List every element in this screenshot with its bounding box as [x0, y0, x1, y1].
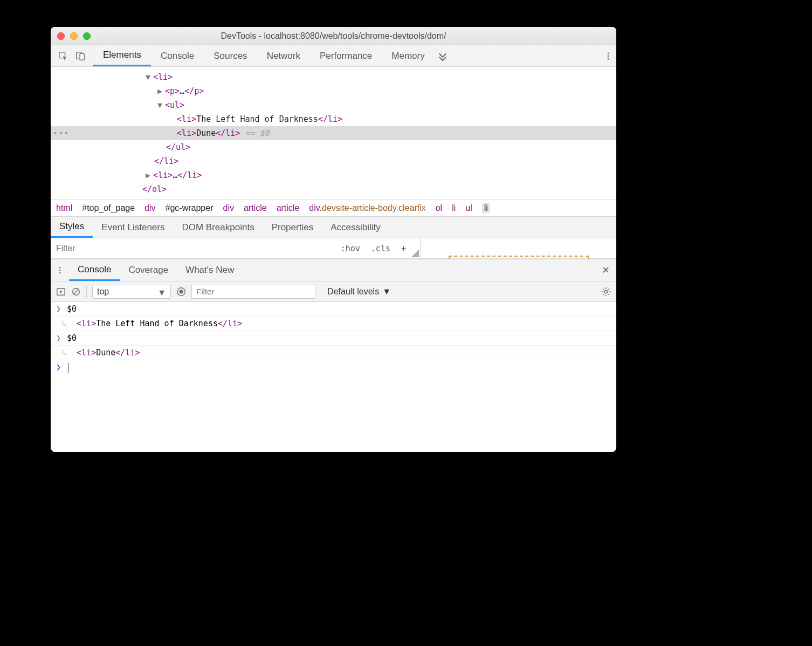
drawer-tab-coverage[interactable]: Coverage	[120, 259, 177, 281]
svg-point-6	[59, 267, 61, 269]
styles-filter-row: :hov .cls +	[51, 238, 616, 259]
tab-elements[interactable]: Elements	[93, 45, 151, 66]
crumb-html[interactable]: html	[56, 203, 72, 213]
svg-point-12	[179, 290, 183, 293]
tab-network[interactable]: Network	[257, 45, 310, 66]
tabs-overflow-icon[interactable]	[435, 45, 451, 66]
crumb-li[interactable]: li	[452, 203, 456, 213]
crumb-gc-wrapper[interactable]: #gc-wrapper	[166, 203, 214, 213]
styles-filter-input[interactable]	[51, 244, 335, 253]
svg-point-7	[59, 270, 61, 271]
crumb-top-of-page[interactable]: #top_of_page	[82, 203, 135, 213]
crumb-div[interactable]: div	[144, 203, 155, 213]
subtab-styles[interactable]: Styles	[51, 217, 93, 238]
console-row[interactable]: ❯ $0	[51, 331, 616, 346]
cls-toggle[interactable]: .cls	[366, 244, 396, 253]
device-toolbar-icon[interactable]	[75, 51, 85, 61]
svg-point-8	[59, 272, 61, 274]
tab-memory[interactable]: Memory	[382, 45, 434, 66]
crumb-ol[interactable]: ol	[436, 203, 442, 213]
chevron-down-icon: ▼	[382, 287, 391, 297]
styles-subtabs: Styles Event Listeners DOM Breakpoints P…	[51, 217, 616, 238]
subtab-accessibility[interactable]: Accessibility	[322, 217, 389, 238]
console-prompt[interactable]: ❯	[51, 360, 616, 375]
drawer-tabs: Console Coverage What's New ✕	[51, 259, 616, 281]
console-controls: top ▼ Default levels▼	[51, 281, 616, 302]
input-chevron-icon: ❯	[56, 304, 67, 314]
return-arrow-icon: ↲	[56, 319, 67, 328]
box-model-margin-outline	[449, 256, 589, 259]
crumb-article[interactable]: article	[244, 203, 267, 213]
crumb-devsite-body[interactable]: divdiv.devsite-article-body.clearfix.dev…	[309, 203, 425, 213]
svg-point-3	[608, 52, 609, 54]
crumb-article-2[interactable]: article	[277, 203, 300, 213]
window-title: DevTools - localhost:8080/web/tools/chro…	[51, 31, 616, 41]
settings-kebab-icon[interactable]	[600, 45, 616, 66]
titlebar: DevTools - localhost:8080/web/tools/chro…	[51, 27, 616, 45]
subtab-dom-breakpoints[interactable]: DOM Breakpoints	[173, 217, 263, 238]
dom-selected-node[interactable]: •••<li>Dune</li> == $0	[51, 126, 616, 140]
computed-preview	[421, 238, 616, 258]
context-select[interactable]: top ▼	[92, 285, 171, 299]
svg-line-11	[74, 289, 79, 294]
resize-corner-icon[interactable]	[411, 250, 419, 257]
crumb-div-2[interactable]: div	[223, 203, 234, 213]
tab-console[interactable]: Console	[151, 45, 204, 66]
console-settings-icon[interactable]	[601, 287, 611, 297]
new-style-rule-button[interactable]: +	[396, 244, 411, 253]
dom-tree[interactable]: ▼<li> ▶<p>…</p> ▼<ul> <li>The Left Hand …	[51, 67, 616, 200]
inspect-element-icon[interactable]	[58, 51, 68, 61]
console-filter-input[interactable]	[191, 285, 315, 299]
console-row[interactable]: ❯ $0	[51, 302, 616, 317]
svg-point-4	[608, 55, 609, 57]
drawer-tab-whats-new[interactable]: What's New	[177, 259, 243, 281]
clear-console-icon[interactable]	[71, 287, 81, 297]
tab-sources[interactable]: Sources	[204, 45, 257, 66]
return-arrow-icon: ↲	[56, 348, 67, 358]
drawer-kebab-icon[interactable]	[51, 259, 69, 281]
hov-toggle[interactable]: :hov	[335, 244, 366, 253]
live-expression-icon[interactable]	[176, 287, 186, 297]
drawer-close-icon[interactable]: ✕	[595, 259, 616, 281]
crumb-li-selected[interactable]: li	[482, 203, 490, 213]
devtools-window: DevTools - localhost:8080/web/tools/chro…	[51, 27, 616, 452]
execute-icon[interactable]	[56, 287, 66, 297]
console-row[interactable]: ↲ <li>The Left Hand of Darkness</li>	[51, 317, 616, 331]
svg-rect-2	[80, 53, 84, 60]
subtab-properties[interactable]: Properties	[263, 217, 322, 238]
tab-performance[interactable]: Performance	[310, 45, 382, 66]
chevron-down-icon: ▼	[157, 288, 166, 298]
console-output[interactable]: ❯ $0 ↲ <li>The Left Hand of Darkness</li…	[51, 302, 616, 452]
svg-point-14	[604, 290, 607, 293]
svg-point-5	[608, 58, 609, 59]
dom-breadcrumbs: html #top_of_page div #gc-wrapper div ar…	[51, 200, 616, 217]
subtab-event-listeners[interactable]: Event Listeners	[93, 217, 173, 238]
console-row[interactable]: ↲ <li>Dune</li>	[51, 346, 616, 360]
main-tabs: Elements Console Sources Network Perform…	[93, 45, 435, 66]
input-chevron-icon: ❯	[56, 333, 67, 343]
drawer-tab-console[interactable]: Console	[69, 259, 120, 281]
crumb-ul[interactable]: ul	[465, 203, 472, 213]
main-toolbar: Elements Console Sources Network Perform…	[51, 45, 616, 67]
prompt-chevron-icon: ❯	[56, 362, 67, 372]
log-levels-select[interactable]: Default levels▼	[327, 287, 391, 297]
